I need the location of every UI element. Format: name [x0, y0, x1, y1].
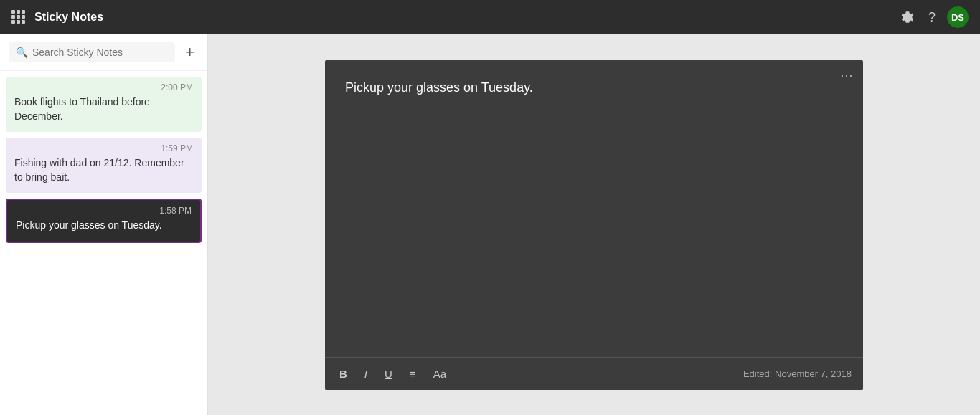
- note-card[interactable]: 2:00 PM Book flights to Thailand before …: [6, 77, 202, 132]
- edited-label: Edited: November 7, 2018: [743, 368, 852, 379]
- editor-content[interactable]: Pickup your glasses on Tuesday.: [325, 60, 863, 357]
- note-preview: Fishing with dad on 21/12. Remember to b…: [14, 156, 193, 184]
- editor-area: ⋯ Pickup your glasses on Tuesday. B I U …: [208, 34, 980, 415]
- note-preview: Book flights to Thailand before December…: [14, 95, 193, 123]
- add-note-button[interactable]: +: [181, 42, 199, 63]
- editor-toolbar: B I U ≡ Aa Edited: November 7, 2018: [325, 357, 863, 390]
- italic-button[interactable]: I: [362, 365, 370, 383]
- underline-button[interactable]: U: [382, 365, 395, 383]
- editor-menu-button[interactable]: ⋯: [840, 67, 854, 83]
- search-icon: 🔍: [16, 47, 28, 58]
- bold-button[interactable]: B: [336, 365, 350, 383]
- font-button[interactable]: Aa: [430, 365, 449, 383]
- settings-button[interactable]: [898, 8, 917, 27]
- editor-panel: ⋯ Pickup your glasses on Tuesday. B I U …: [325, 60, 863, 390]
- note-list: 2:00 PM Book flights to Thailand before …: [0, 71, 207, 415]
- avatar[interactable]: DS: [947, 6, 969, 28]
- gear-icon: [901, 11, 914, 24]
- editor-text: Pickup your glasses on Tuesday.: [345, 80, 533, 95]
- header-actions: ? DS: [898, 6, 969, 28]
- main-layout: 🔍 + 2:00 PM Book flights to Thailand bef…: [0, 34, 980, 415]
- list-button[interactable]: ≡: [407, 365, 419, 383]
- note-time: 1:59 PM: [14, 143, 193, 153]
- sidebar: 🔍 + 2:00 PM Book flights to Thailand bef…: [0, 34, 208, 415]
- note-time: 2:00 PM: [14, 82, 193, 92]
- search-input[interactable]: [32, 47, 168, 58]
- grid-icon[interactable]: [11, 10, 26, 24]
- app-header: Sticky Notes ? DS: [0, 0, 980, 34]
- note-time: 1:58 PM: [16, 206, 192, 216]
- note-card[interactable]: 1:59 PM Fishing with dad on 21/12. Remem…: [6, 138, 202, 193]
- help-icon: ?: [928, 10, 936, 25]
- note-card-selected[interactable]: 1:58 PM Pickup your glasses on Tuesday.: [6, 199, 202, 243]
- search-input-wrapper: 🔍: [9, 42, 175, 62]
- help-button[interactable]: ?: [925, 7, 938, 28]
- note-preview: Pickup your glasses on Tuesday.: [16, 219, 192, 233]
- search-bar: 🔍 +: [0, 34, 207, 71]
- app-title: Sticky Notes: [34, 11, 898, 24]
